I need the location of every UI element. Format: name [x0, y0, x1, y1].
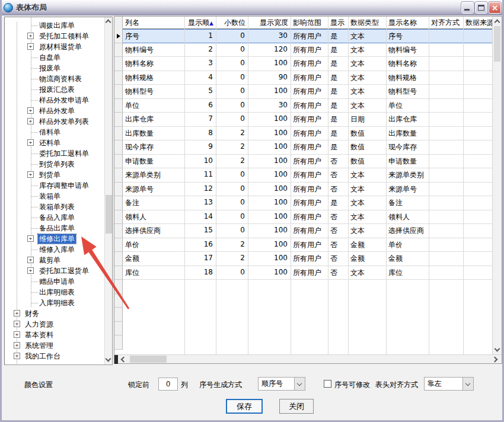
grid-column-header[interactable]: 显示名称: [386, 17, 429, 29]
maximize-button[interactable]: [475, 2, 487, 14]
table-cell[interactable]: 否: [328, 168, 348, 182]
tree-scrollbar-thumb[interactable]: [106, 195, 112, 234]
table-cell[interactable]: 15: [184, 224, 216, 238]
table-cell[interactable]: 10: [184, 155, 216, 168]
table-row[interactable]: 物料规格4090所有用户是文本物料规格: [123, 71, 492, 85]
tree-item[interactable]: +到货单: [5, 170, 104, 180]
row-selector-cell[interactable]: [114, 266, 123, 280]
table-cell[interactable]: 是: [328, 196, 348, 210]
table-cell[interactable]: 单价: [386, 238, 429, 252]
expand-plus-icon[interactable]: +: [14, 310, 20, 316]
table-cell[interactable]: [429, 168, 463, 182]
table-cell[interactable]: 0: [216, 85, 248, 98]
tree-item[interactable]: +还料单: [5, 138, 104, 148]
table-cell[interactable]: 否: [328, 210, 348, 224]
table-cell[interactable]: 金额: [123, 252, 184, 266]
table-cell[interactable]: 所有用户: [291, 224, 328, 238]
table-cell[interactable]: 100: [248, 238, 291, 252]
row-selector-cell[interactable]: [114, 99, 123, 113]
tree-item[interactable]: 维修入库单: [5, 244, 104, 255]
table-cell[interactable]: 所有用户: [291, 57, 328, 71]
table-cell[interactable]: 所有用户: [291, 127, 328, 140]
table-cell[interactable]: 文本: [348, 224, 386, 238]
tree-item[interactable]: 出库明细表: [5, 287, 104, 298]
tree-item-label[interactable]: 出库明细表: [38, 287, 76, 297]
color-settings-label[interactable]: 颜色设置: [24, 379, 53, 390]
table-cell[interactable]: 文本: [348, 30, 386, 43]
row-selector-cell[interactable]: [114, 308, 123, 322]
table-cell[interactable]: 所有用户: [291, 30, 328, 43]
tree-item[interactable]: +我的工作台: [5, 351, 104, 362]
row-selector-cell[interactable]: [114, 238, 123, 252]
table-cell[interactable]: 是: [328, 30, 348, 43]
tree-item[interactable]: 装箱单: [5, 191, 104, 202]
tree-item[interactable]: 报废汇总表: [5, 84, 104, 95]
table-row[interactable]: 领料人140100所有用户否文本领料人: [123, 210, 492, 225]
row-selector-cell[interactable]: [114, 113, 123, 127]
table-cell[interactable]: 是: [328, 85, 348, 98]
table-cell[interactable]: 100: [248, 85, 291, 98]
tree-item-label[interactable]: 库存调整申请单: [38, 181, 90, 190]
table-cell[interactable]: [429, 238, 463, 252]
table-cell[interactable]: 物料型号: [123, 85, 184, 98]
table-cell[interactable]: 所有用户: [291, 71, 328, 85]
row-selector-cell[interactable]: [114, 57, 123, 71]
table-cell[interactable]: 单位: [386, 99, 429, 113]
table-cell[interactable]: 选择供应商: [123, 224, 184, 238]
table-row[interactable]: 单价162100所有用户否金额单价: [123, 238, 492, 252]
expand-plus-icon[interactable]: +: [27, 33, 34, 39]
table-cell[interactable]: 100: [248, 252, 291, 266]
table-cell[interactable]: 现今库存: [123, 140, 184, 154]
table-cell[interactable]: [463, 266, 492, 280]
table-cell[interactable]: [429, 196, 463, 210]
seq-editable-checkbox[interactable]: [324, 380, 331, 388]
table-cell[interactable]: 备注: [386, 196, 429, 210]
table-row[interactable]: 金额172100所有用户否金额金额: [123, 252, 492, 266]
tree-item[interactable]: 到货单列表: [5, 159, 104, 170]
seq-generation-select[interactable]: 顺序号: [258, 377, 305, 391]
table-cell[interactable]: 所有用户: [291, 210, 328, 224]
tree-item-label[interactable]: 备品出库单: [38, 223, 76, 233]
grid-column-header[interactable]: 列名: [123, 17, 184, 29]
tree-item[interactable]: 装箱单列表: [5, 202, 104, 212]
table-cell[interactable]: 出库数量: [123, 127, 184, 140]
table-cell[interactable]: 所有用户: [291, 140, 328, 154]
row-selector-cell[interactable]: [114, 43, 123, 57]
close-dialog-button[interactable]: 关闭: [279, 399, 314, 414]
table-cell[interactable]: 是: [328, 99, 348, 113]
table-cell[interactable]: 序号: [123, 30, 184, 43]
table-row[interactable]: 现今库存92100所有用户是数值现今库存: [123, 140, 492, 155]
table-cell[interactable]: 物料型号: [386, 85, 429, 98]
table-cell[interactable]: 0: [216, 266, 248, 280]
lock-columns-input[interactable]: [158, 378, 178, 391]
grid-vertical-scrollbar[interactable]: [492, 17, 502, 354]
tree-item[interactable]: 备品入库单: [5, 212, 104, 223]
table-row[interactable]: 来源单类别110100所有用户否文本来源单类别: [123, 168, 492, 183]
table-cell[interactable]: 金额: [386, 252, 429, 266]
table-cell[interactable]: [429, 155, 463, 168]
table-cell[interactable]: 所有用户: [291, 99, 328, 113]
row-selector-cell[interactable]: [114, 280, 123, 294]
table-cell[interactable]: 100: [248, 210, 291, 224]
table-cell[interactable]: 0: [216, 57, 248, 71]
table-cell[interactable]: [429, 266, 463, 280]
table-cell[interactable]: 文本: [348, 196, 386, 210]
table-cell[interactable]: [463, 196, 492, 210]
row-selector-cell[interactable]: [114, 127, 123, 141]
scroll-left-icon[interactable]: [121, 357, 127, 363]
tree-item-label[interactable]: 到货单: [38, 170, 62, 180]
grid-splitter-handle[interactable]: [114, 355, 118, 364]
table-cell[interactable]: 否: [328, 224, 348, 238]
table-cell[interactable]: 0: [216, 43, 248, 57]
table-cell[interactable]: 单位: [123, 99, 184, 113]
scroll-up-icon[interactable]: [495, 20, 500, 25]
tree-item-label[interactable]: 财务: [24, 309, 40, 318]
table-cell[interactable]: 物料规格: [386, 71, 429, 85]
table-cell[interactable]: [429, 113, 463, 126]
tree-item-label[interactable]: 人力资源: [24, 319, 55, 329]
table-row[interactable]: 物料名称30100所有用户是文本物料名称: [123, 57, 492, 71]
table-cell[interactable]: 物料规格: [123, 71, 184, 85]
table-cell[interactable]: 9: [184, 140, 216, 154]
tree-item[interactable]: +裁剪单: [5, 255, 104, 266]
table-cell[interactable]: [463, 155, 492, 168]
